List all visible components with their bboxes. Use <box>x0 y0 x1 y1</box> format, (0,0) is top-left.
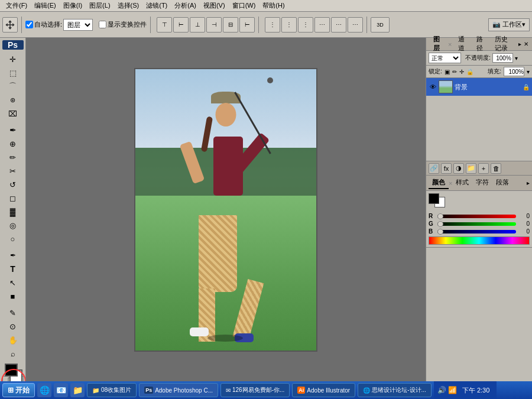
show-transform-checkbox[interactable] <box>99 21 106 28</box>
auto-select-checkbox[interactable] <box>25 21 33 28</box>
workspace-button[interactable]: 📷 工作区▾ <box>488 18 530 31</box>
fg-color-swatch[interactable] <box>429 193 439 204</box>
menu-help[interactable]: 帮助(H) <box>259 1 288 10</box>
foreground-color-box[interactable] <box>5 364 18 377</box>
tool-row-2: ⬚ <box>2 66 24 79</box>
lock-all-icon[interactable]: 🔒 <box>466 69 473 75</box>
new-group-button[interactable]: 📁 <box>466 163 476 174</box>
marquee-tool[interactable]: ⬚ <box>2 66 24 79</box>
add-style-button[interactable]: fx <box>441 163 452 174</box>
taskbar-item-forum[interactable]: 🌐 思绪设计论坛-设计... <box>358 383 432 397</box>
folder-icon: 📁 <box>92 387 99 394</box>
hand-tool[interactable]: ✋ <box>2 333 24 346</box>
tab-layers[interactable]: 图层 <box>430 34 446 55</box>
lock-move-icon[interactable]: ✛ <box>459 69 464 75</box>
align-hcenter-button[interactable]: ⊟ <box>223 17 238 33</box>
eraser-tool[interactable]: ◻ <box>2 192 24 205</box>
history-brush-tool[interactable]: ↺ <box>2 178 24 191</box>
color-spectrum-bar[interactable] <box>429 236 530 245</box>
notes-tool[interactable]: ✎ <box>2 306 24 319</box>
quick-select-tool[interactable]: ⊛ <box>2 93 24 106</box>
menu-image[interactable]: 图像(I) <box>60 1 86 10</box>
toolbar-sep-3 <box>258 17 259 33</box>
zoom-tool[interactable]: ⌕ <box>2 347 24 360</box>
dist-left-button[interactable]: ⋯ <box>314 17 330 33</box>
tab-character[interactable]: 字符 <box>472 177 492 189</box>
menu-window[interactable]: 窗口(W) <box>229 1 259 10</box>
fill-arrow[interactable]: ▾ <box>527 69 530 75</box>
align-left-button[interactable]: ⊣ <box>206 17 222 33</box>
dist-bottom-button[interactable]: ⋮ <box>298 17 313 33</box>
panel-collapse-button[interactable]: ▸ <box>518 41 521 47</box>
tab-color[interactable]: 颜色 <box>429 177 449 189</box>
add-mask-button[interactable]: ◑ <box>453 163 464 174</box>
move-tool[interactable]: ✛ <box>2 53 24 66</box>
brush-tool[interactable]: ✏ <box>2 151 24 164</box>
blur-tool[interactable]: ◎ <box>2 219 24 232</box>
dist-hcenter-button[interactable]: ⋯ <box>331 17 346 33</box>
path-selection-tool[interactable]: ↖ <box>2 276 24 289</box>
g-slider[interactable] <box>437 222 516 226</box>
healing-tool[interactable]: ⊕ <box>2 137 24 150</box>
tray-icon-2[interactable]: 📶 <box>448 386 457 394</box>
menu-view[interactable]: 视图(V) <box>200 1 229 10</box>
dodge-tool[interactable]: ○ <box>2 232 24 245</box>
color-swatch-display <box>429 193 450 211</box>
gradient-tool[interactable]: ▓ <box>2 205 24 218</box>
dist-top-button[interactable]: ⋮ <box>265 17 280 33</box>
type-tool[interactable]: T <box>2 262 24 275</box>
panel-close-button[interactable]: ✕ <box>524 41 528 47</box>
layer-mode-select[interactable]: 正常 溶解 变暗 <box>429 53 461 63</box>
link-layers-button[interactable]: 🔗 <box>429 163 439 174</box>
eyedropper-tool[interactable]: ✒ <box>2 124 24 137</box>
layer-visibility-toggle[interactable]: 👁 <box>429 83 437 91</box>
taskbar-item-illustrator[interactable]: Ai Adobe Illustrator <box>292 383 355 397</box>
crop-tool[interactable]: ⌧ <box>2 107 24 120</box>
measure-tool[interactable]: ⊙ <box>2 320 24 333</box>
color-panel-collapse[interactable]: ▸ <box>527 180 530 186</box>
move-tool-button[interactable] <box>2 17 18 33</box>
menu-analysis[interactable]: 分析(A) <box>171 1 200 10</box>
taskbar-item-folder[interactable]: 📁 08收集图片 <box>87 383 137 397</box>
taskbar-item-email[interactable]: ✉ 126网易免费邮-你... <box>220 383 290 397</box>
tray-icon-1[interactable]: 🔊 <box>437 386 446 394</box>
tab-history[interactable]: 历史记录 <box>491 34 516 55</box>
align-vcenter-button[interactable]: ⊢ <box>173 17 189 33</box>
taskbar-item-photoshop[interactable]: Ps Adobe Photoshop C... <box>139 383 218 397</box>
lock-transparent-icon[interactable]: ▣ <box>445 69 450 75</box>
3d-button[interactable]: 3D <box>371 17 390 33</box>
opacity-input[interactable] <box>492 53 513 63</box>
taskbar-icon-1[interactable]: 🌐 <box>37 383 51 397</box>
align-bottom-button[interactable]: ⊥ <box>190 17 205 33</box>
dist-vcenter-button[interactable]: ⋮ <box>281 17 297 33</box>
fill-input[interactable] <box>504 67 524 76</box>
menu-filter[interactable]: 滤镜(T) <box>142 1 171 10</box>
taskbar-icon-2[interactable]: 📧 <box>54 383 68 397</box>
r-slider[interactable] <box>437 215 516 218</box>
b-slider[interactable] <box>437 230 516 233</box>
menu-edit[interactable]: 编辑(E) <box>31 1 60 10</box>
shape-tool[interactable]: ■ <box>2 290 24 303</box>
taskbar-icon-3[interactable]: 📁 <box>70 383 85 397</box>
delete-layer-button[interactable]: 🗑 <box>491 163 501 174</box>
auto-select-dropdown[interactable]: 图层 <box>63 19 93 31</box>
tab-paths[interactable]: 路径 <box>473 34 489 55</box>
lasso-tool[interactable]: ⌒ <box>2 80 24 93</box>
menu-select[interactable]: 选择(S) <box>114 1 143 10</box>
align-top-button[interactable]: ⊤ <box>157 17 172 33</box>
tab-style[interactable]: 样式 <box>452 177 472 189</box>
tab-paragraph[interactable]: 段落 <box>492 177 512 189</box>
tab-channels[interactable]: 通道 <box>455 34 471 55</box>
new-layer-button[interactable]: + <box>478 163 489 174</box>
layer-row[interactable]: 👁 背景 🔒 <box>426 78 532 96</box>
lock-paint-icon[interactable]: ✏ <box>452 69 457 75</box>
dist-right-button[interactable]: ⋯ <box>348 17 363 33</box>
clone-tool[interactable]: ✂ <box>2 164 24 177</box>
color-fg-bg-row <box>429 193 530 211</box>
menu-layer[interactable]: 图层(L) <box>86 1 113 10</box>
menu-file[interactable]: 文件(F) <box>2 1 31 10</box>
opacity-arrow[interactable]: ▾ <box>515 55 518 61</box>
align-right-button[interactable]: ⊢ <box>239 17 255 33</box>
pen-tool[interactable]: ✒ <box>2 249 24 262</box>
start-button[interactable]: ⊞ 开始 <box>2 383 35 397</box>
